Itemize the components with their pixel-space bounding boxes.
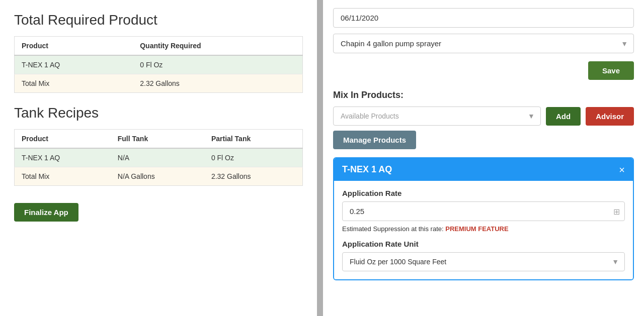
date-input[interactable] <box>333 8 634 28</box>
tnex-card-title: T-NEX 1 AQ <box>342 164 392 175</box>
app-rate-label: Application Rate <box>342 189 625 197</box>
save-btn-wrap: Save <box>333 61 634 80</box>
table-row: T-NEX 1 AQ <box>15 55 133 74</box>
tank-recipes-col-partial: Partial Tank <box>204 130 303 149</box>
table-row: T-NEX 1 AQ <box>15 148 111 167</box>
sprayer-select-wrap: Chapin 4 gallon pump sprayer ▼ <box>333 34 634 53</box>
table-row: 2.32 Gallons <box>133 74 302 93</box>
finalize-app-button[interactable]: Finalize App <box>14 203 78 222</box>
add-button[interactable]: Add <box>546 107 581 126</box>
app-rate-input-wrap: ⊞ <box>342 201 625 221</box>
table-row: 2.32 Gallons <box>204 167 303 186</box>
save-button[interactable]: Save <box>588 61 634 80</box>
manage-products-button[interactable]: Manage Products <box>333 131 416 149</box>
mix-in-label: Mix In Products: <box>333 90 634 100</box>
tank-recipes-table: Product Full Tank Partial Tank T-NEX 1 A… <box>14 129 303 186</box>
table-row: Total Mix <box>15 74 133 93</box>
tnex-card: T-NEX 1 AQ × Application Rate ⊞ Estimate… <box>333 157 634 280</box>
available-products-select[interactable]: Available Products <box>333 107 541 126</box>
tank-recipes-col-full: Full Tank <box>111 130 204 149</box>
tank-recipes-col-product: Product <box>15 130 111 149</box>
table-row: 0 Fl Oz <box>204 148 303 167</box>
table-row: N/A Gallons <box>111 167 204 186</box>
advisor-button[interactable]: Advisor <box>586 107 634 126</box>
mix-in-controls: Available Products ▼ Add Advisor <box>333 107 634 126</box>
total-required-col-qty: Quantity Required <box>133 37 302 56</box>
left-panel: Total Required Product Product Quantity … <box>0 0 317 316</box>
premium-feature-text: PREMIUM FEATURE <box>445 225 508 233</box>
suppression-text: Estimated Suppression at this rate: PREM… <box>342 225 625 233</box>
panel-divider <box>317 0 323 316</box>
app-rate-unit-select[interactable]: Fluid Oz per 1000 Square Feet <box>342 252 625 271</box>
tank-recipes-title: Tank Recipes <box>14 105 303 121</box>
table-row: Total Mix <box>15 167 111 186</box>
app-rate-table-icon: ⊞ <box>613 206 620 216</box>
app-rate-unit-label: Application Rate Unit <box>342 240 625 248</box>
app-rate-unit-select-wrap: Fluid Oz per 1000 Square Feet ▼ <box>342 252 625 271</box>
app-rate-input[interactable] <box>342 201 625 221</box>
tnex-card-header: T-NEX 1 AQ × <box>334 158 633 181</box>
sprayer-select[interactable]: Chapin 4 gallon pump sprayer <box>333 34 634 53</box>
tnex-close-button[interactable]: × <box>619 165 625 175</box>
total-required-table: Product Quantity Required T-NEX 1 AQ0 Fl… <box>14 36 303 93</box>
available-products-wrap: Available Products ▼ <box>333 107 541 126</box>
total-required-col-product: Product <box>15 37 133 56</box>
right-panel: Chapin 4 gallon pump sprayer ▼ Save Mix … <box>323 0 644 316</box>
total-required-title: Total Required Product <box>14 12 303 28</box>
table-row: 0 Fl Oz <box>133 55 302 74</box>
tnex-card-body: Application Rate ⊞ Estimated Suppression… <box>334 181 633 279</box>
table-row: N/A <box>111 148 204 167</box>
